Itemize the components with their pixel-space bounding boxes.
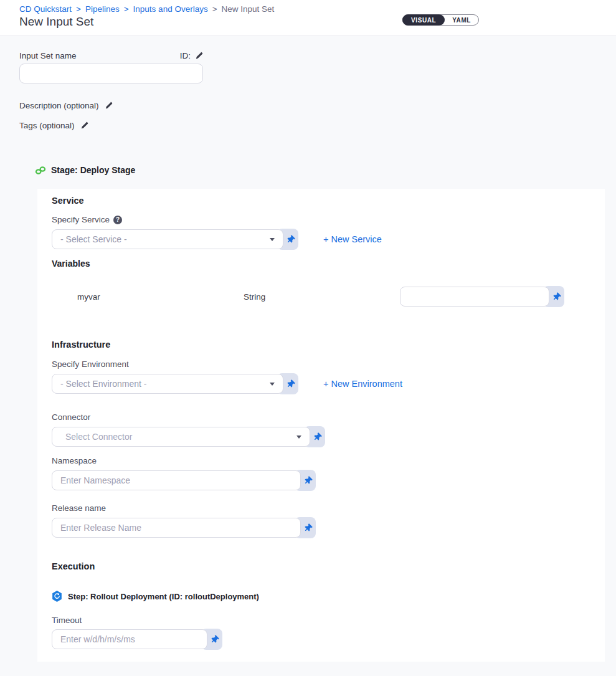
- edit-tags-pencil-icon[interactable]: [80, 121, 88, 130]
- breadcrumb-separator: >: [212, 4, 217, 14]
- pin-icon: [209, 634, 220, 645]
- variable-name: myvar: [77, 292, 244, 302]
- breadcrumb-cd-quickstart[interactable]: CD Quickstart: [19, 4, 72, 14]
- connector-select-placeholder: Select Connector: [65, 432, 290, 442]
- chevron-down-icon: [296, 436, 301, 439]
- pin-icon: [311, 431, 323, 442]
- breadcrumb-inputs-and-overlays[interactable]: Inputs and Overlays: [133, 4, 208, 14]
- stage-label: Stage: Deploy Stage: [51, 165, 135, 175]
- chevron-down-icon: [270, 383, 275, 386]
- connector-select[interactable]: Select Connector: [52, 427, 310, 447]
- chevron-down-icon: [270, 238, 275, 241]
- stage-link-icon: [35, 166, 46, 175]
- breadcrumb-pipelines[interactable]: Pipelines: [85, 4, 120, 14]
- timeout-field[interactable]: [52, 629, 207, 649]
- new-service-link[interactable]: + New Service: [323, 234, 382, 244]
- id-label: ID:: [180, 51, 191, 60]
- specify-service-label: Specify Service: [52, 215, 110, 224]
- stage-inputs-card: Service Specify Service - Select Service…: [37, 189, 605, 662]
- breadcrumb-separator: >: [76, 4, 81, 14]
- edit-description-pencil-icon[interactable]: [105, 102, 113, 110]
- edit-id-pencil-icon[interactable]: [195, 52, 203, 60]
- input-set-name-label: Input Set name: [19, 51, 77, 60]
- service-select[interactable]: - Select Service -: [52, 229, 283, 249]
- breadcrumb-current: New Input Set: [222, 4, 275, 14]
- specify-environment-label: Specify Environment: [52, 359, 129, 369]
- namespace-label: Namespace: [52, 456, 97, 465]
- page-header: CD Quickstart>Pipelines>Inputs and Overl…: [0, 0, 616, 36]
- tags-label: Tags (optional): [19, 121, 75, 130]
- timeout-label: Timeout: [52, 616, 82, 625]
- page-title: New Input Set: [19, 15, 93, 29]
- release-name-label: Release name: [52, 503, 106, 513]
- breadcrumb: CD Quickstart>Pipelines>Inputs and Overl…: [19, 4, 274, 14]
- stage-header: Stage: Deploy Stage: [35, 165, 135, 175]
- service-select-placeholder: - Select Service -: [60, 234, 263, 244]
- release-name-field[interactable]: [52, 518, 301, 538]
- environment-select[interactable]: - Select Environment -: [52, 374, 283, 394]
- variable-row: myvar String: [77, 285, 564, 308]
- pin-icon: [551, 291, 562, 302]
- variable-type: String: [244, 292, 381, 302]
- execution-section-heading: Execution: [52, 561, 95, 571]
- help-icon[interactable]: [113, 216, 122, 224]
- pin-icon: [285, 378, 296, 389]
- service-section-heading: Service: [52, 196, 84, 206]
- input-set-name-row: Input Set name ID:: [19, 51, 203, 60]
- pin-icon: [302, 522, 313, 533]
- new-environment-link[interactable]: + New Environment: [323, 379, 402, 389]
- description-label: Description (optional): [19, 101, 99, 110]
- step-header: Step: Rollout Deployment (ID: rolloutDep…: [52, 591, 259, 602]
- variable-value-field[interactable]: [400, 287, 549, 307]
- new-input-set-page: CD Quickstart>Pipelines>Inputs and Overl…: [0, 0, 616, 676]
- tab-yaml[interactable]: YAML: [445, 17, 478, 24]
- visual-yaml-toggle: VISUAL YAML: [402, 14, 479, 26]
- input-set-name-field[interactable]: [19, 64, 203, 83]
- variables-heading: Variables: [52, 259, 90, 269]
- pin-icon: [302, 475, 313, 486]
- pin-icon: [285, 234, 296, 245]
- tab-visual[interactable]: VISUAL: [402, 14, 445, 26]
- breadcrumb-separator: >: [124, 4, 129, 14]
- environment-select-placeholder: - Select Environment -: [60, 379, 263, 389]
- rollout-step-icon: [52, 591, 62, 602]
- step-label: Step: Rollout Deployment (ID: rolloutDep…: [68, 592, 259, 601]
- namespace-field[interactable]: [52, 470, 301, 490]
- infrastructure-section-heading: Infrastructure: [52, 340, 110, 350]
- connector-label: Connector: [52, 412, 90, 422]
